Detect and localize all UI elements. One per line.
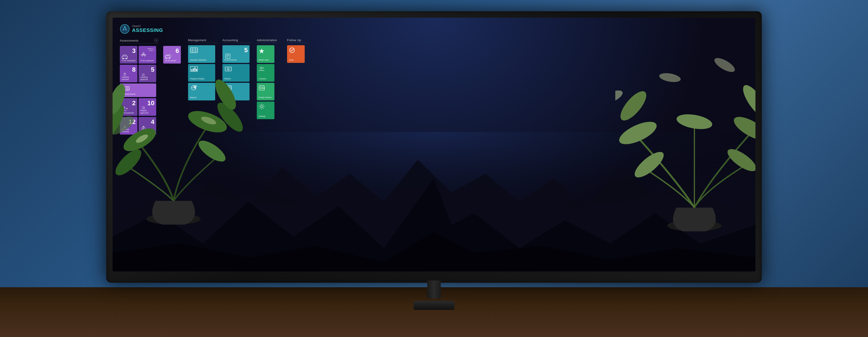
administration-section: Administration ★ What's New <box>257 38 277 119</box>
svg-point-90 <box>731 113 755 145</box>
gear-icon <box>258 103 265 110</box>
star-icon: ★ <box>258 47 273 55</box>
svg-point-88 <box>616 117 660 149</box>
followup-title: Follow Up <box>287 38 301 42</box>
svg-point-64 <box>260 67 262 69</box>
tile-people-planner[interactable]: People Planner <box>257 83 274 100</box>
brand-small: Clear21 <box>132 25 163 27</box>
followup-section: Follow Up Tasks <box>287 38 307 63</box>
svg-point-98 <box>739 82 755 121</box>
svg-point-89 <box>615 88 625 107</box>
svg-point-70 <box>260 88 261 89</box>
monitor-stand <box>411 280 457 310</box>
svg-point-73 <box>261 105 263 108</box>
monitor-bezel: Clear21 ASSESSING Assessments + <box>106 11 762 283</box>
svg-point-65 <box>263 67 264 68</box>
followup-grid: Tasks <box>287 45 307 63</box>
tile-tasks[interactable]: Tasks <box>287 45 305 63</box>
stand-base <box>414 301 454 310</box>
stand-neck <box>427 280 441 299</box>
administration-grid: ★ What's New Contacts <box>257 45 277 119</box>
tile-contacts[interactable]: Contacts <box>257 64 274 82</box>
followup-header: Follow Up <box>287 38 307 43</box>
administration-title: Administration <box>257 38 277 42</box>
calendar-people-icon <box>258 85 265 91</box>
tile-settings[interactable]: Settings <box>257 101 274 119</box>
svg-point-94 <box>724 145 755 175</box>
check-circle-icon <box>289 47 295 53</box>
monitor-outer: Clear21 ASSESSING Assessments + <box>106 11 762 283</box>
monitor-screen: Clear21 ASSESSING Assessments + <box>113 18 755 271</box>
plant-left <box>113 31 253 235</box>
svg-point-72 <box>263 88 264 89</box>
tile-whats-new[interactable]: ★ What's New <box>257 45 274 63</box>
administration-header: Administration <box>257 38 277 43</box>
svg-point-96 <box>658 72 681 84</box>
svg-point-91 <box>712 55 737 74</box>
svg-point-71 <box>262 88 263 89</box>
plant-right <box>615 24 755 239</box>
people-icon <box>258 66 265 72</box>
